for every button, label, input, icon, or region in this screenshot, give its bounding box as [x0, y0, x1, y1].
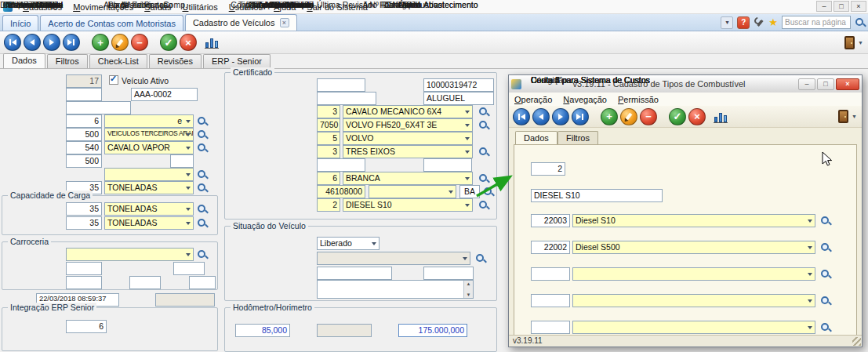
- municipio-num-field[interactable]: 46108000: [317, 185, 365, 198]
- search-input[interactable]: [782, 16, 851, 29]
- add-button[interactable]: +: [92, 34, 109, 51]
- dialog-nav-last-button[interactable]: [572, 108, 589, 125]
- fornecedor-lookup-icon[interactable]: [475, 253, 485, 263]
- nav-first-button[interactable]: [4, 34, 21, 51]
- dialog-delete-button[interactable]: −: [640, 108, 657, 125]
- potencia-num-field[interactable]: 540: [66, 141, 102, 154]
- combustivel-combo[interactable]: DIESEL S10: [343, 198, 473, 212]
- conta-2-combo[interactable]: Diesel S500: [572, 241, 815, 254]
- patrimonio-field[interactable]: [66, 101, 131, 114]
- larg-field[interactable]: [129, 276, 161, 289]
- dialog-chart-icon[interactable]: [714, 111, 728, 123]
- conta-2-num-field[interactable]: 22002: [531, 241, 570, 254]
- dialog-close-button[interactable]: ×: [836, 78, 859, 90]
- carroceria-modelo-lookup-icon[interactable]: [197, 249, 207, 259]
- tab-inicio[interactable]: Início: [2, 15, 38, 31]
- toolbar-overflow-icon[interactable]: ▼: [858, 40, 863, 45]
- dialog-confirm-button[interactable]: ✓: [669, 108, 686, 125]
- categoria-field[interactable]: ALUGUEL: [423, 92, 494, 105]
- confirm-button[interactable]: ✓: [160, 34, 177, 51]
- dialog-nav-next-button[interactable]: [552, 108, 569, 125]
- nav-prev-button[interactable]: [24, 34, 41, 51]
- tipo-veiculo-num-field[interactable]: 3: [317, 105, 340, 118]
- exit-icon[interactable]: [844, 36, 855, 49]
- dimensao-pneus-lookup-icon[interactable]: [197, 169, 207, 180]
- centro-custo-num-field[interactable]: 500: [66, 128, 102, 141]
- capac-tanque-field[interactable]: 500: [66, 154, 102, 168]
- data-final-field[interactable]: [423, 267, 474, 280]
- close-button[interactable]: ×: [851, 1, 866, 12]
- centro-custo-lookup-icon[interactable]: [197, 129, 207, 140]
- eixos-combo[interactable]: TRES EIXOS: [343, 145, 473, 158]
- potencia-lookup-icon[interactable]: [197, 143, 207, 153]
- chassi-field[interactable]: [317, 92, 376, 105]
- conta-5-combo[interactable]: [572, 321, 815, 334]
- dialog-menu-permissao[interactable]: Permissão: [612, 94, 664, 105]
- ideal-lookup-icon[interactable]: [197, 218, 207, 228]
- minimize-button[interactable]: –: [816, 1, 832, 12]
- modelo-lookup-icon[interactable]: [478, 120, 488, 130]
- combustivel-num-field[interactable]: 2: [317, 198, 340, 212]
- dialog-nav-first-button[interactable]: [513, 108, 530, 125]
- dialog-overflow-icon[interactable]: ▼: [852, 114, 857, 119]
- cor-lookup-icon[interactable]: [478, 173, 488, 183]
- ideal-num-field[interactable]: 35: [66, 216, 102, 230]
- subtab-revisoes[interactable]: Revisões: [149, 54, 202, 68]
- dialog-nav-prev-button[interactable]: [532, 108, 550, 125]
- num-portas-field[interactable]: [170, 154, 194, 168]
- observacao-scrollbar[interactable]: ▲▼: [463, 281, 473, 298]
- nav-last-button[interactable]: [63, 34, 80, 51]
- total-lookup-icon[interactable]: [197, 204, 207, 214]
- num-certificado-field[interactable]: [317, 78, 365, 92]
- carroceria-modelo-combo[interactable]: [66, 248, 194, 261]
- conta-1-lookup-icon[interactable]: [820, 216, 830, 226]
- tab-acerto-contas[interactable]: Acerto de Contas com Motoristas: [40, 15, 183, 31]
- veiculo-ativo-checkbox[interactable]: [109, 75, 118, 85]
- combustivel-lookup-icon[interactable]: [478, 200, 488, 210]
- cor-num-field[interactable]: 6: [317, 172, 340, 185]
- dialog-restore-button[interactable]: □: [817, 78, 834, 90]
- dialog-cancel-button[interactable]: ×: [688, 108, 706, 125]
- conta-5-num-field[interactable]: [531, 321, 570, 334]
- restore-button[interactable]: □: [833, 1, 849, 12]
- total-num-field[interactable]: 35: [66, 202, 102, 216]
- cor-combo[interactable]: BRANCA: [343, 172, 473, 185]
- comp-field[interactable]: [189, 276, 216, 289]
- chart-icon[interactable]: [205, 36, 219, 49]
- conta-5-lookup-icon[interactable]: [820, 322, 830, 332]
- uf-field[interactable]: BA: [459, 185, 480, 198]
- atual-field[interactable]: 85,000: [235, 324, 290, 337]
- placa-field[interactable]: AAA-0002: [131, 88, 198, 101]
- conta-2-lookup-icon[interactable]: [820, 242, 830, 252]
- dialog-add-button[interactable]: +: [601, 108, 618, 125]
- fabricante-combo[interactable]: VOLVO: [343, 132, 473, 145]
- subtab-dados[interactable]: Dados: [3, 53, 45, 68]
- tipo-veiculo-lookup-icon[interactable]: [478, 107, 488, 117]
- dimensao-pneus-combo[interactable]: [104, 168, 194, 181]
- fabricante-num-field[interactable]: 5: [317, 132, 340, 145]
- subtab-checklist[interactable]: Check-List: [89, 54, 147, 68]
- delete-button[interactable]: −: [131, 34, 148, 51]
- ano-modelo-field[interactable]: [66, 262, 102, 275]
- tab-close-icon[interactable]: ×: [280, 18, 289, 27]
- conta-1-num-field[interactable]: 22003: [531, 214, 570, 227]
- search-icon[interactable]: [855, 17, 865, 27]
- municipio-combo[interactable]: [369, 185, 456, 198]
- modelo-num-field[interactable]: 7050: [317, 118, 340, 132]
- renavam-field[interactable]: 10000319472: [423, 78, 494, 92]
- alt-field[interactable]: [66, 276, 102, 289]
- ano-do-modelo-field[interactable]: [317, 158, 365, 172]
- conta-4-combo[interactable]: [572, 294, 815, 307]
- dialog-menu-navegacao[interactable]: Navegação: [557, 94, 612, 105]
- dialog-tab-filtros[interactable]: Filtros: [557, 131, 598, 144]
- tara-combo[interactable]: TONELADAS: [104, 181, 194, 194]
- modelo-combo[interactable]: VOLVO FH520_6X4T 3E: [343, 118, 473, 132]
- conta-4-lookup-icon[interactable]: [820, 296, 830, 306]
- cancel-button[interactable]: ×: [180, 34, 197, 51]
- conta-4-num-field[interactable]: [531, 294, 570, 307]
- eixos-lookup-icon[interactable]: [478, 147, 488, 157]
- resize-grip[interactable]: [852, 337, 861, 346]
- dialog-codigo-field[interactable]: 2: [531, 162, 565, 176]
- conta-3-combo[interactable]: [572, 267, 815, 281]
- num-identificacao-field[interactable]: [66, 88, 102, 101]
